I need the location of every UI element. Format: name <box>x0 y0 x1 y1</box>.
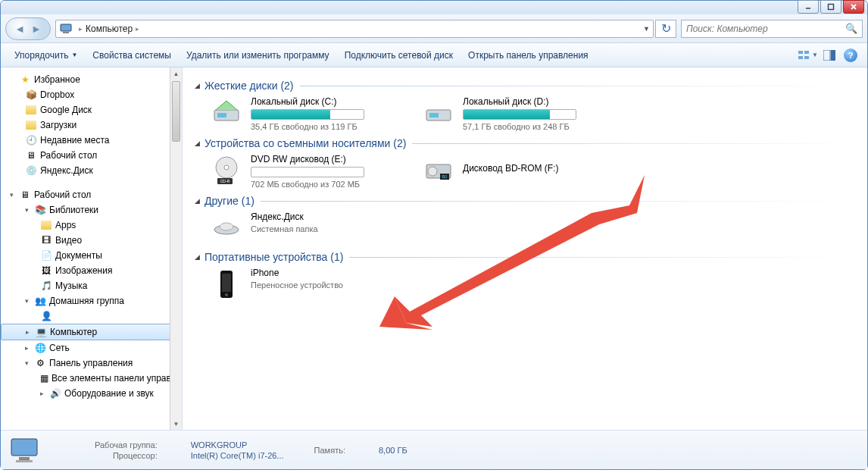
refresh-button[interactable]: ↻ <box>655 20 676 38</box>
scroll-down-icon[interactable]: ▼ <box>170 418 182 430</box>
sidebar-item-desktop-fav[interactable]: 🖥Рабочий стол <box>1 148 182 163</box>
sidebar-item-recent[interactable]: 🕘Недавние места <box>1 133 182 148</box>
desktop-icon: 🖥 <box>19 189 31 201</box>
sidebar-network[interactable]: ▸🌐Сеть <box>1 340 182 356</box>
item-iphone[interactable]: iPhone Переносное устройство <box>210 268 399 301</box>
svg-point-15 <box>224 165 229 170</box>
dvd-icon: CD-R <box>210 154 243 187</box>
sidebar-cp-all[interactable]: ▦Все элементы панели управле <box>1 371 182 386</box>
hdd-icon <box>210 96 243 130</box>
capacity-bar <box>251 109 364 120</box>
drive-label: DVD RW дисковод (E:) <box>251 154 399 164</box>
sidebar-computer[interactable]: ▸💻Компьютер <box>1 324 182 340</box>
svg-rect-6 <box>798 56 803 59</box>
uninstall-program-button[interactable]: Удалить или изменить программу <box>179 47 337 64</box>
section-portable[interactable]: ◢ Портативные устройства (1) <box>195 251 855 263</box>
drive-c[interactable]: Локальный диск (C:) 35,4 ГБ свободно из … <box>210 96 399 131</box>
item-sub: Системная папка <box>251 224 399 233</box>
sidebar-library-video[interactable]: 🎞Видео <box>1 233 182 248</box>
organize-menu[interactable]: Упорядочить ▼ <box>7 47 85 64</box>
navbar: ◄ ► ▸ Компьютер ▸ ▼ ↻ 🔍 <box>1 14 867 43</box>
sidebar-cp-hardware[interactable]: ▸🔊Оборудование и звук <box>1 386 182 401</box>
sidebar-library-music[interactable]: 🎵Музыка <box>1 278 182 293</box>
back-icon: ◄ <box>14 23 25 35</box>
sidebar-libraries[interactable]: ▾📚Библиотеки <box>1 202 182 218</box>
svg-rect-4 <box>798 51 803 54</box>
sidebar-item-google-drive[interactable]: Google Диск <box>1 102 182 117</box>
minimize-button[interactable] <box>798 0 819 14</box>
control-panel-icon: ⚙ <box>34 357 46 369</box>
bdrom-icon: BD <box>422 154 455 187</box>
collapse-icon: ◢ <box>195 197 200 205</box>
homegroup-icon: 👥 <box>34 295 46 307</box>
drive-bdrom-f[interactable]: BD Дисковод BD-ROM (F:) <box>422 154 611 189</box>
recent-icon: 🕘 <box>25 134 37 146</box>
workgroup-label: Рабочая группа: <box>95 440 161 450</box>
sidebar-desktop[interactable]: ▾🖥Рабочий стол <box>1 187 182 202</box>
drive-d[interactable]: Локальный диск (D:) 57,1 ГБ свободно из … <box>422 96 611 131</box>
svg-rect-11 <box>217 113 226 117</box>
ufo-icon <box>210 211 243 245</box>
sidebar: ★ Избранное 📦Dropbox Google Диск Загрузк… <box>1 67 183 430</box>
section-hard-drives[interactable]: ◢ Жесткие диски (2) <box>195 80 855 92</box>
open-control-panel-button[interactable]: Открыть панель управления <box>461 47 596 64</box>
breadcrumb[interactable]: ▸ Компьютер ▸ ▼ <box>55 20 654 38</box>
view-options-button[interactable]: ▼ <box>798 47 819 64</box>
drive-label: Дисковод BD-ROM (F:) <box>463 163 611 174</box>
sidebar-control-panel[interactable]: ▾⚙Панель управления <box>1 356 182 371</box>
svg-rect-29 <box>16 460 33 462</box>
search-icon: 🔍 <box>845 23 857 34</box>
svg-point-19 <box>428 167 437 176</box>
collapse-icon: ◢ <box>195 82 200 89</box>
capacity-bar <box>463 109 576 120</box>
sidebar-library-images[interactable]: 🖼Изображения <box>1 263 182 278</box>
video-icon: 🎞 <box>40 234 52 246</box>
cpu-value: Intel(R) Core(TM) i7-26... <box>191 451 284 460</box>
chevron-down-icon[interactable]: ▼ <box>643 25 650 33</box>
search-input[interactable] <box>686 23 845 34</box>
sidebar-homegroup[interactable]: ▾👥Домашняя группа <box>1 293 182 309</box>
sidebar-library-apps[interactable]: Apps <box>1 218 182 233</box>
svg-rect-5 <box>804 51 809 54</box>
sidebar-favorites[interactable]: ★ Избранное <box>1 72 182 87</box>
maximize-button[interactable] <box>820 0 841 14</box>
system-properties-button[interactable]: Свойства системы <box>85 47 179 64</box>
section-other[interactable]: ◢ Другие (1) <box>195 195 855 207</box>
image-icon: 🖼 <box>40 265 52 277</box>
scroll-thumb[interactable] <box>172 81 180 142</box>
titlebar <box>1 1 867 14</box>
close-button[interactable] <box>843 0 864 14</box>
section-removable[interactable]: ◢ Устройства со съемными носителями (2) <box>195 137 855 149</box>
music-icon: 🎵 <box>40 280 52 292</box>
map-network-drive-button[interactable]: Подключить сетевой диск <box>337 47 461 64</box>
scroll-up-icon[interactable]: ▲ <box>170 67 182 80</box>
sidebar-item-yandex-disk[interactable]: 💿Яндекс.Диск <box>1 163 182 178</box>
item-yandex-disk[interactable]: Яндекс.Диск Системная папка <box>210 211 399 245</box>
svg-rect-1 <box>829 5 834 10</box>
libraries-icon: 📚 <box>34 204 46 216</box>
search-box[interactable]: 🔍 <box>681 20 863 38</box>
nav-back-forward[interactable]: ◄ ► <box>5 17 51 40</box>
drive-label: Локальный диск (C:) <box>251 96 399 107</box>
svg-rect-7 <box>804 56 809 59</box>
computer-icon <box>8 434 40 466</box>
phone-icon <box>210 268 243 301</box>
svg-rect-13 <box>429 113 439 117</box>
breadcrumb-item[interactable]: Компьютер <box>86 23 133 34</box>
sidebar-library-documents[interactable]: 📄Документы <box>1 248 182 263</box>
sidebar-scrollbar[interactable]: ▲ ▼ <box>170 67 182 430</box>
help-button[interactable]: ? <box>840 47 861 64</box>
drive-dvd-e[interactable]: CD-R DVD RW дисковод (E:) 702 МБ свободн… <box>210 154 399 189</box>
preview-pane-button[interactable] <box>819 47 840 64</box>
svg-rect-27 <box>11 439 37 456</box>
item-label: Яндекс.Диск <box>251 211 399 222</box>
sidebar-item-downloads[interactable]: Загрузки <box>1 117 182 133</box>
sidebar-homegroup-user[interactable]: 👤 <box>1 309 182 324</box>
capacity-bar <box>251 167 364 177</box>
user-icon: 👤 <box>40 310 52 322</box>
svg-text:CD-R: CD-R <box>220 179 230 183</box>
document-icon: 📄 <box>40 249 52 262</box>
sidebar-item-dropbox[interactable]: 📦Dropbox <box>1 87 182 102</box>
svg-rect-25 <box>222 274 231 292</box>
control-panel-icon: ▦ <box>40 372 48 384</box>
